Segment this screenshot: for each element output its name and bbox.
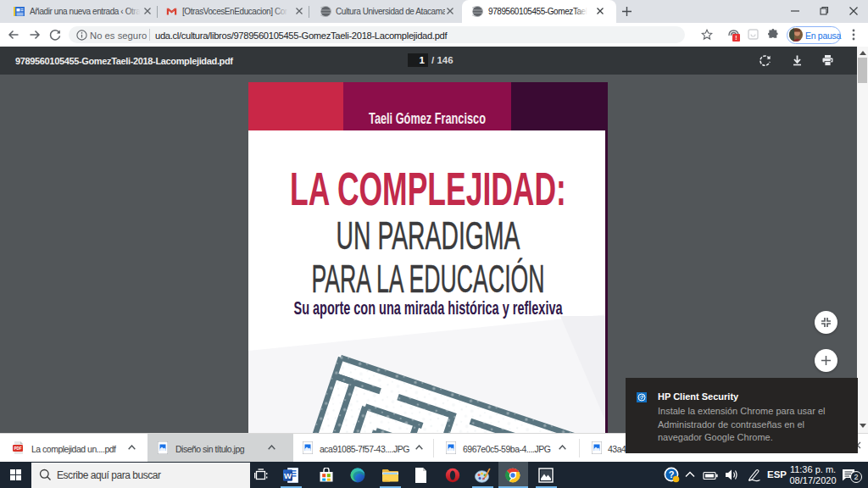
svg-text:PDF: PDF — [14, 446, 21, 451]
svg-text:W: W — [284, 471, 292, 480]
